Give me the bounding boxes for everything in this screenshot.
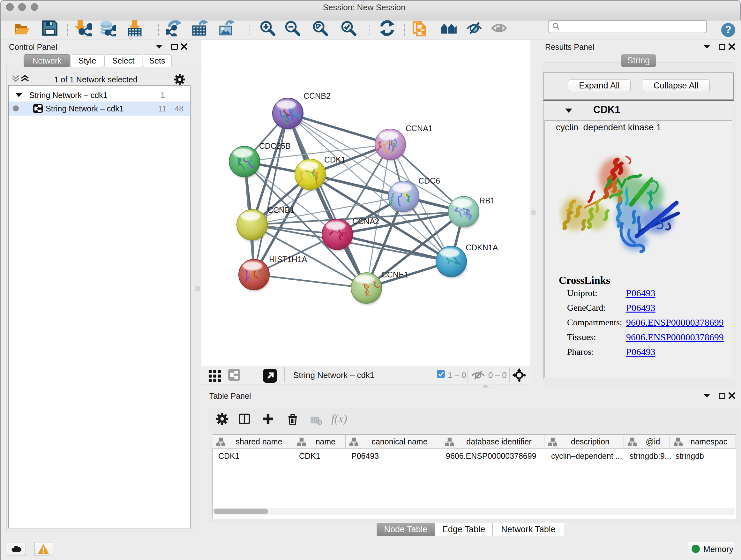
- svg-text:CCNE1: CCNE1: [381, 270, 408, 279]
- svg-text:HIST1H1A: HIST1H1A: [269, 255, 307, 264]
- svg-text:CDKN1A: CDKN1A: [466, 243, 498, 252]
- svg-text:CCNA1: CCNA1: [406, 124, 433, 133]
- svg-text:CDC6: CDC6: [418, 176, 440, 185]
- svg-text:CDC25B: CDC25B: [259, 141, 291, 150]
- svg-text:CCNA2: CCNA2: [352, 217, 380, 226]
- svg-text:RB1: RB1: [479, 196, 495, 205]
- svg-text:CCNB1: CCNB1: [267, 206, 294, 214]
- svg-text:CDK1: CDK1: [324, 155, 346, 164]
- svg-text:CCNB2: CCNB2: [304, 91, 331, 100]
